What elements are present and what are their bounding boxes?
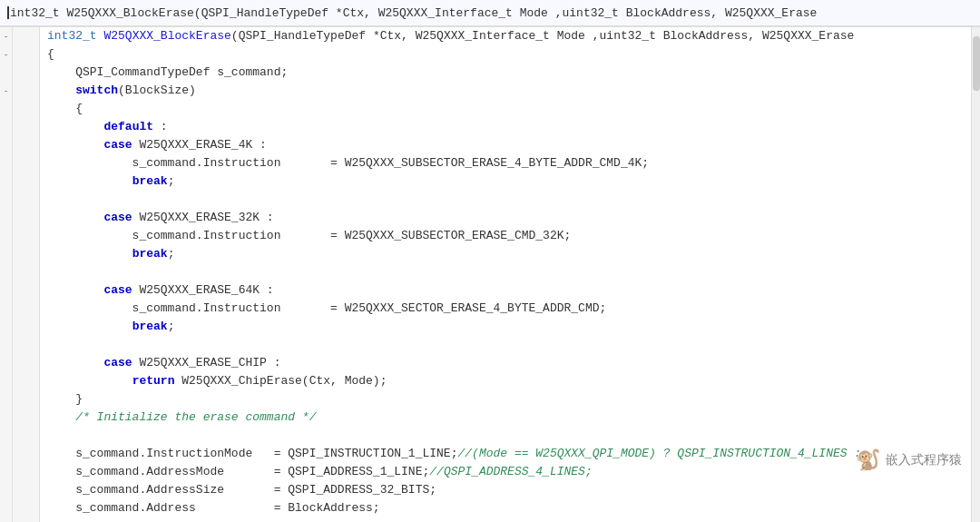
cursor bbox=[7, 6, 9, 19]
code-content[interactable]: int32_t W25QXXX_BlockErase(QSPI_HandleTy… bbox=[40, 27, 971, 522]
code-line: s_command.AddressMode = QSPI_ADDRESS_1_L… bbox=[47, 463, 971, 481]
code-line: QSPI_CommandTypeDef s_command; bbox=[47, 64, 971, 82]
code-line: s_command.Instruction = W25QXXX_SUBSECTO… bbox=[47, 227, 971, 245]
code-line bbox=[47, 336, 971, 354]
fold-marker[interactable]: - bbox=[3, 27, 9, 45]
code-line: int32_t W25QXXX_BlockErase(QSPI_HandleTy… bbox=[47, 27, 971, 45]
code-line: case W25QXXX_ERASE_64K : bbox=[47, 281, 971, 300]
line-numbers bbox=[13, 27, 40, 522]
code-line: case W25QXXX_ERASE_CHIP : bbox=[47, 354, 971, 372]
code-line: { bbox=[47, 45, 971, 64]
code-line: case W25QXXX_ERASE_32K : bbox=[47, 209, 971, 227]
code-line: s_command.InstructionMode = QSPI_INSTRUC… bbox=[47, 445, 971, 463]
signature-bar: int32_t W25QXXX_BlockErase(QSPI_HandleTy… bbox=[0, 0, 980, 27]
code-line: break; bbox=[47, 318, 971, 336]
code-line bbox=[47, 427, 971, 445]
fold-gutter: --- bbox=[0, 27, 13, 522]
fold-marker[interactable]: - bbox=[3, 82, 9, 100]
code-line: case W25QXXX_ERASE_4K : bbox=[47, 136, 971, 154]
signature-text: int32_t W25QXXX_BlockErase(QSPI_HandleTy… bbox=[10, 6, 817, 20]
code-line: } bbox=[47, 390, 971, 409]
code-area: --- int32_t W25QXXX_BlockErase(QSPI_Hand… bbox=[0, 27, 980, 522]
scrollbar-thumb[interactable] bbox=[973, 36, 980, 91]
code-line: s_command.Instruction = W25QXXX_SECTOR_E… bbox=[47, 300, 971, 318]
watermark-text: 嵌入式程序猿 bbox=[886, 452, 962, 468]
code-line: s_command.Address = BlockAddress; bbox=[47, 499, 971, 517]
code-line bbox=[47, 263, 971, 281]
code-line: { bbox=[47, 100, 971, 118]
code-line: break; bbox=[47, 172, 971, 191]
code-line: /* Initialize the erase command */ bbox=[47, 409, 971, 427]
code-line: break; bbox=[47, 245, 971, 263]
watermark-icon: 🐒 bbox=[856, 448, 880, 472]
code-line: s_command.AddressSize = QSPI_ADDRESS_32_… bbox=[47, 481, 971, 499]
editor-container: int32_t W25QXXX_BlockErase(QSPI_HandleTy… bbox=[0, 0, 980, 522]
code-line: s_command.Instruction = W25QXXX_SUBSECTO… bbox=[47, 154, 971, 172]
fold-marker[interactable]: - bbox=[3, 45, 9, 64]
watermark: 🐒 嵌入式程序猿 bbox=[856, 448, 962, 472]
code-line: switch(BlockSize) bbox=[47, 82, 971, 100]
vertical-scrollbar[interactable] bbox=[971, 27, 980, 522]
code-line: return W25QXXX_ChipErase(Ctx, Mode); bbox=[47, 372, 971, 390]
code-line: default : bbox=[47, 118, 971, 136]
code-line bbox=[47, 191, 971, 209]
